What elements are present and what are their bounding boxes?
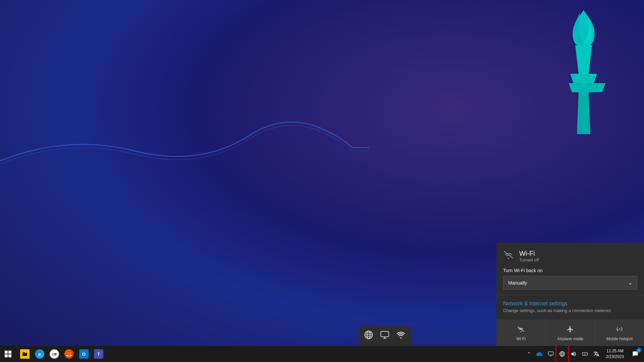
- hotspot-quick-action[interactable]: Mobile hotspot: [595, 320, 644, 346]
- display-quick-icon[interactable]: [380, 330, 389, 342]
- svg-rect-19: [582, 353, 587, 356]
- svg-rect-7: [381, 331, 388, 337]
- network-tray-icon[interactable]: [556, 346, 568, 362]
- taskbar-app-file-explorer[interactable]: [17, 346, 32, 362]
- volume-tray-icon[interactable]: [568, 346, 579, 362]
- clock-date: 2/23/2023: [606, 354, 624, 360]
- network-settings-section: Network & Internet settings Change setti…: [496, 301, 644, 318]
- chevron-up-icon: ⌃: [527, 351, 531, 357]
- network-settings-desc: Change settings, such as making a connec…: [503, 308, 637, 313]
- decorative-wave: [0, 67, 369, 168]
- taskbar-app-edge[interactable]: e: [32, 346, 47, 362]
- dropdown-selected-value: Manually: [508, 280, 527, 286]
- windows-logo-icon: [5, 351, 11, 357]
- notification-center-button[interactable]: 1: [628, 346, 643, 362]
- airplane-action-icon: [567, 325, 574, 335]
- wifi-status: Turned off: [519, 257, 539, 262]
- wifi-header: Wi-Fi Turned off: [496, 243, 644, 268]
- outlook-icon: O: [79, 349, 89, 359]
- manually-dropdown[interactable]: Manually ⌄: [503, 276, 637, 290]
- chevron-down-icon: ⌄: [628, 280, 632, 286]
- torch-logo: [550, 7, 617, 141]
- wifi-title: Wi-Fi: [519, 250, 539, 257]
- airplane-mode-quick-action[interactable]: Airplane mode: [546, 320, 595, 346]
- clock-time: 11:25 AM: [606, 348, 624, 354]
- hotspot-action-icon: [616, 325, 623, 335]
- turn-on-section: Turn Wi-Fi back on Manually ⌄: [496, 268, 644, 295]
- language-tray-icon[interactable]: [591, 346, 602, 362]
- firefox-icon: 🦊: [64, 349, 74, 359]
- taskbar: e 🦊 O T: [0, 346, 644, 362]
- device-settings-tray-icon[interactable]: [545, 346, 556, 362]
- wifi-quick-action[interactable]: Wi-Fi: [496, 320, 546, 346]
- taskbar-quick-actions-popup: [359, 326, 411, 346]
- input-method-tray-icon[interactable]: [579, 346, 591, 362]
- system-tray: ⌃: [524, 346, 644, 362]
- globe-quick-icon[interactable]: [364, 330, 373, 342]
- airplane-quick-action-label: Airplane mode: [557, 337, 583, 341]
- desktop: Wi-Fi Turned off Turn Wi-Fi back on Manu…: [0, 0, 644, 362]
- taskbar-app-teams[interactable]: T: [91, 346, 106, 362]
- file-explorer-icon: [20, 349, 30, 359]
- svg-rect-11: [548, 352, 553, 355]
- divider: [496, 295, 644, 295]
- network-settings-link[interactable]: Network & Internet settings: [503, 301, 637, 307]
- wifi-quick-taskbar-icon[interactable]: [396, 330, 406, 342]
- taskbar-clock[interactable]: 11:25 AM 2/23/2023: [602, 346, 628, 362]
- onedrive-tray-icon[interactable]: [534, 346, 545, 362]
- taskbar-app-outlook[interactable]: O: [76, 346, 91, 362]
- start-button[interactable]: [0, 346, 16, 362]
- chrome-icon: [50, 349, 59, 359]
- notification-badge: 1: [637, 348, 641, 353]
- wifi-title-group: Wi-Fi Turned off: [519, 250, 539, 262]
- show-hidden-icons-button[interactable]: ⌃: [524, 346, 534, 362]
- wifi-action-icon: [517, 325, 525, 335]
- taskbar-apps: e 🦊 O T: [16, 346, 524, 362]
- wifi-quick-action-label: Wi-Fi: [516, 337, 526, 341]
- turn-on-label: Turn Wi-Fi back on: [503, 268, 637, 273]
- hotspot-quick-action-label: Mobile hotspot: [606, 337, 633, 341]
- quick-actions-bar: Wi-Fi Airplane mode Mobile hotspot: [496, 320, 644, 346]
- taskbar-app-firefox[interactable]: 🦊: [62, 346, 76, 362]
- network-panel: Wi-Fi Turned off Turn Wi-Fi back on Manu…: [496, 243, 644, 346]
- teams-icon: T: [94, 349, 103, 359]
- taskbar-app-chrome[interactable]: [47, 346, 62, 362]
- edge-icon: e: [35, 349, 44, 359]
- wifi-off-icon: [503, 249, 514, 262]
